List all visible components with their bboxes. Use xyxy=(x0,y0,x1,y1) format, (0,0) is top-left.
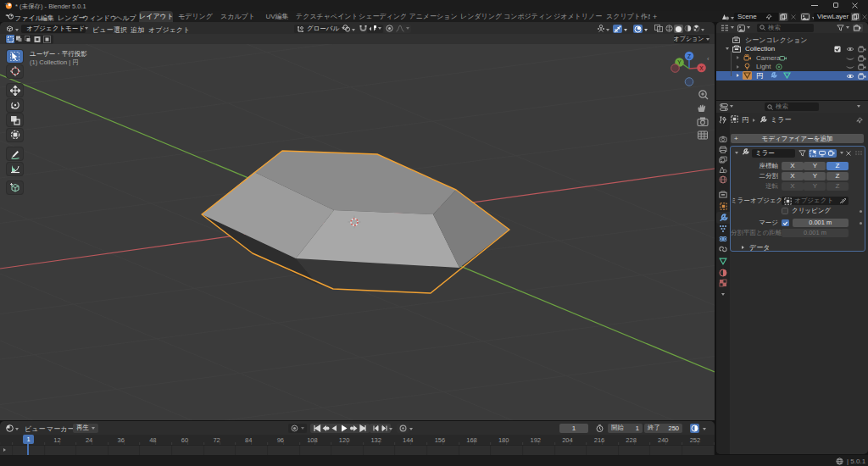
svg-text:Z: Z xyxy=(687,53,691,59)
svg-text:Y: Y xyxy=(677,59,682,65)
svg-text:X: X xyxy=(699,65,704,71)
